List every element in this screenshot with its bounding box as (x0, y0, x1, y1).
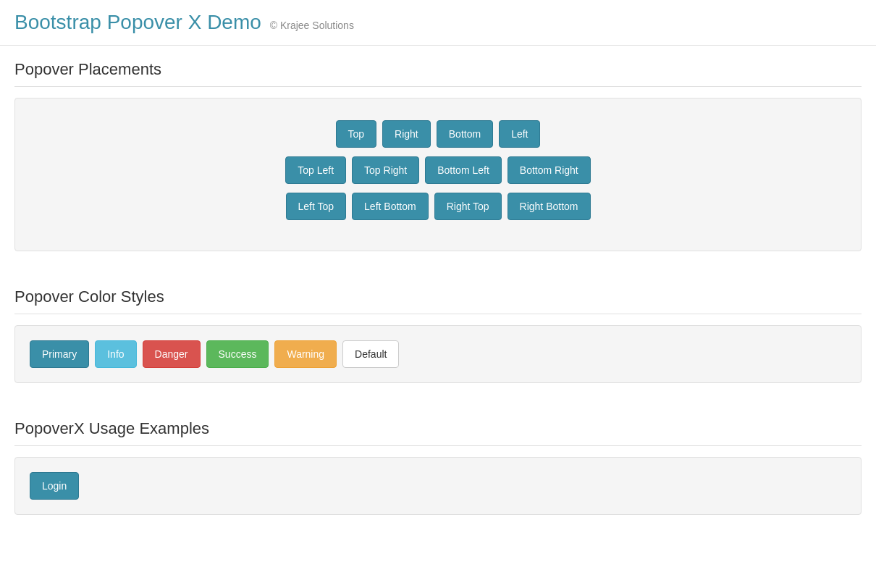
placement-row-2: Top Left Top Right Bottom Left Bottom Ri… (30, 156, 846, 184)
page-title: Bootstrap Popover X Demo (14, 11, 261, 33)
color-styles-demo-box: Primary Info Danger Success Warning Defa… (14, 325, 862, 383)
btn-color-default[interactable]: Default (342, 340, 399, 368)
btn-bottom-left[interactable]: Bottom Left (425, 156, 502, 184)
btn-bottom-right[interactable]: Bottom Right (508, 156, 591, 184)
placement-row-3: Left Top Left Bottom Right Top Right Bot… (30, 193, 846, 220)
btn-top-left[interactable]: Top Left (285, 156, 346, 184)
btn-login[interactable]: Login (30, 472, 79, 500)
btn-color-warning[interactable]: Warning (274, 340, 337, 368)
btn-left-top[interactable]: Left Top (286, 193, 347, 220)
btn-right-bottom[interactable]: Right Bottom (508, 193, 591, 220)
placements-demo-box: Top Right Bottom Left Top Left Top Right… (14, 98, 862, 251)
btn-top-right[interactable]: Top Right (352, 156, 419, 184)
color-styles-section-title: Popover Color Styles (14, 287, 862, 314)
placements-section: Popover Placements Top Right Bottom Left… (0, 46, 876, 273)
placements-section-title: Popover Placements (14, 60, 862, 87)
btn-top[interactable]: Top (336, 120, 377, 148)
copyright-text: © Krajee Solutions (270, 20, 354, 31)
usage-demo-box: Login (14, 457, 862, 515)
usage-section-title: PopoverX Usage Examples (14, 419, 862, 446)
btn-left-bottom[interactable]: Left Bottom (352, 193, 429, 220)
usage-section: PopoverX Usage Examples Login (0, 405, 876, 537)
btn-color-success[interactable]: Success (206, 340, 269, 368)
page-header: Bootstrap Popover X Demo © Krajee Soluti… (0, 0, 876, 46)
btn-color-info[interactable]: Info (95, 340, 136, 368)
btn-left[interactable]: Left (499, 120, 540, 148)
btn-color-danger[interactable]: Danger (143, 340, 201, 368)
btn-right-top[interactable]: Right Top (434, 193, 502, 220)
btn-right[interactable]: Right (382, 120, 431, 148)
btn-bottom[interactable]: Bottom (437, 120, 493, 148)
placement-row-1: Top Right Bottom Left (30, 120, 846, 148)
color-styles-section: Popover Color Styles Primary Info Danger… (0, 273, 876, 405)
btn-color-primary[interactable]: Primary (30, 340, 89, 368)
